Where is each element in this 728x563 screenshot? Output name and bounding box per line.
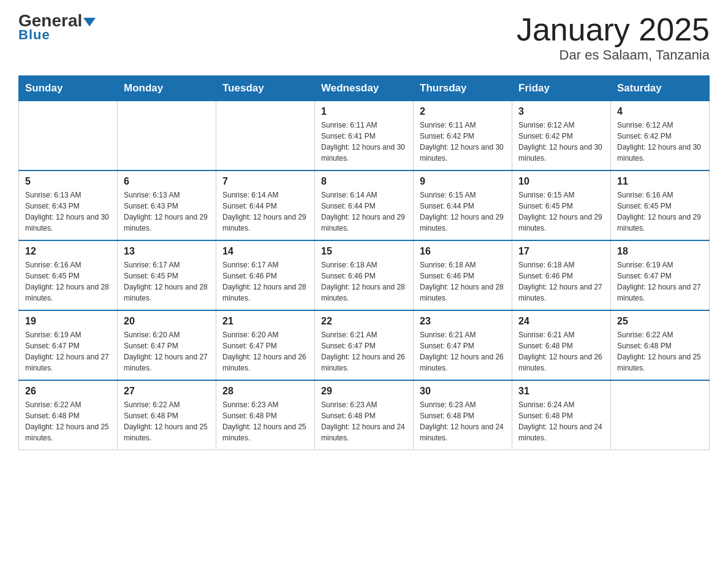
calendar-cell: 7Sunrise: 6:14 AMSunset: 6:44 PMDaylight… — [216, 170, 315, 240]
day-number: 21 — [222, 316, 308, 327]
weekday-header-sunday: Sunday — [19, 76, 118, 101]
day-number: 30 — [420, 386, 506, 397]
day-number: 17 — [518, 246, 604, 257]
calendar-cell: 18Sunrise: 6:19 AMSunset: 6:47 PMDayligh… — [611, 240, 710, 310]
day-number: 3 — [518, 106, 604, 117]
day-info: Sunrise: 6:18 AMSunset: 6:46 PMDaylight:… — [420, 259, 506, 304]
day-number: 5 — [25, 176, 111, 187]
weekday-header-saturday: Saturday — [611, 76, 710, 101]
calendar-cell: 14Sunrise: 6:17 AMSunset: 6:46 PMDayligh… — [216, 240, 315, 310]
calendar-table: SundayMondayTuesdayWednesdayThursdayFrid… — [18, 75, 710, 450]
day-number: 31 — [518, 386, 604, 397]
day-info: Sunrise: 6:24 AMSunset: 6:48 PMDaylight:… — [518, 399, 604, 443]
logo-blue: Blue — [18, 27, 50, 43]
day-number: 2 — [420, 106, 506, 117]
calendar-cell: 9Sunrise: 6:15 AMSunset: 6:44 PMDaylight… — [414, 170, 512, 240]
day-number: 26 — [25, 386, 111, 397]
day-number: 11 — [617, 176, 703, 187]
day-info: Sunrise: 6:19 AMSunset: 6:47 PMDaylight:… — [25, 329, 111, 373]
day-info: Sunrise: 6:16 AMSunset: 6:45 PMDaylight:… — [25, 259, 111, 304]
calendar-cell: 16Sunrise: 6:18 AMSunset: 6:46 PMDayligh… — [414, 240, 512, 310]
calendar-cell: 20Sunrise: 6:20 AMSunset: 6:47 PMDayligh… — [118, 310, 216, 380]
calendar-cell: 27Sunrise: 6:22 AMSunset: 6:48 PMDayligh… — [118, 380, 216, 450]
day-info: Sunrise: 6:18 AMSunset: 6:46 PMDaylight:… — [518, 259, 604, 304]
day-info: Sunrise: 6:20 AMSunset: 6:47 PMDaylight:… — [124, 329, 210, 373]
day-number: 4 — [617, 106, 703, 117]
calendar-cell: 29Sunrise: 6:23 AMSunset: 6:48 PMDayligh… — [315, 380, 414, 450]
day-number: 28 — [222, 386, 308, 397]
calendar-cell: 12Sunrise: 6:16 AMSunset: 6:45 PMDayligh… — [19, 240, 118, 310]
day-info: Sunrise: 6:14 AMSunset: 6:44 PMDaylight:… — [222, 190, 308, 234]
weekday-header-thursday: Thursday — [414, 76, 512, 101]
calendar-cell: 30Sunrise: 6:23 AMSunset: 6:48 PMDayligh… — [414, 380, 512, 450]
weekday-header-friday: Friday — [512, 76, 611, 101]
calendar-week-row: 19Sunrise: 6:19 AMSunset: 6:47 PMDayligh… — [19, 310, 710, 380]
weekday-header-row: SundayMondayTuesdayWednesdayThursdayFrid… — [19, 76, 710, 101]
calendar-cell: 10Sunrise: 6:15 AMSunset: 6:45 PMDayligh… — [512, 170, 611, 240]
day-number: 24 — [518, 316, 604, 327]
title-block: January 2025 Dar es Salaam, Tanzania — [517, 12, 710, 63]
day-info: Sunrise: 6:14 AMSunset: 6:44 PMDaylight:… — [321, 190, 407, 234]
calendar-cell: 23Sunrise: 6:21 AMSunset: 6:47 PMDayligh… — [414, 310, 512, 380]
page-header: General Blue January 2025 Dar es Salaam,… — [18, 12, 710, 63]
calendar-week-row: 12Sunrise: 6:16 AMSunset: 6:45 PMDayligh… — [19, 240, 710, 310]
day-info: Sunrise: 6:21 AMSunset: 6:47 PMDaylight:… — [420, 329, 506, 373]
calendar-cell: 19Sunrise: 6:19 AMSunset: 6:47 PMDayligh… — [19, 310, 118, 380]
day-number: 16 — [420, 246, 506, 257]
calendar-cell: 15Sunrise: 6:18 AMSunset: 6:46 PMDayligh… — [315, 240, 414, 310]
day-number: 20 — [124, 316, 210, 327]
day-info: Sunrise: 6:18 AMSunset: 6:46 PMDaylight:… — [321, 259, 407, 304]
calendar-cell: 5Sunrise: 6:13 AMSunset: 6:43 PMDaylight… — [19, 170, 118, 240]
day-info: Sunrise: 6:15 AMSunset: 6:45 PMDaylight:… — [518, 190, 604, 234]
day-number: 25 — [617, 316, 703, 327]
location-subtitle: Dar es Salaam, Tanzania — [517, 47, 710, 63]
day-info: Sunrise: 6:12 AMSunset: 6:42 PMDaylight:… — [617, 120, 703, 164]
day-number: 1 — [321, 106, 407, 117]
calendar-cell: 11Sunrise: 6:16 AMSunset: 6:45 PMDayligh… — [611, 170, 710, 240]
day-number: 6 — [124, 176, 210, 187]
day-number: 13 — [124, 246, 210, 257]
month-title: January 2025 — [517, 12, 710, 47]
day-number: 18 — [617, 246, 703, 257]
calendar-cell: 13Sunrise: 6:17 AMSunset: 6:45 PMDayligh… — [118, 240, 216, 310]
day-number: 23 — [420, 316, 506, 327]
calendar-cell: 17Sunrise: 6:18 AMSunset: 6:46 PMDayligh… — [512, 240, 611, 310]
day-info: Sunrise: 6:23 AMSunset: 6:48 PMDaylight:… — [222, 399, 308, 443]
day-number: 12 — [25, 246, 111, 257]
calendar-week-row: 1Sunrise: 6:11 AMSunset: 6:41 PMDaylight… — [19, 101, 710, 171]
day-info: Sunrise: 6:16 AMSunset: 6:45 PMDaylight:… — [617, 190, 703, 234]
logo-triangle-icon — [83, 18, 96, 26]
calendar-week-row: 5Sunrise: 6:13 AMSunset: 6:43 PMDaylight… — [19, 170, 710, 240]
logo: General Blue — [18, 12, 96, 43]
day-info: Sunrise: 6:23 AMSunset: 6:48 PMDaylight:… — [420, 399, 506, 443]
calendar-cell: 28Sunrise: 6:23 AMSunset: 6:48 PMDayligh… — [216, 380, 315, 450]
calendar-cell — [118, 101, 216, 171]
day-info: Sunrise: 6:21 AMSunset: 6:47 PMDaylight:… — [321, 329, 407, 373]
day-info: Sunrise: 6:11 AMSunset: 6:42 PMDaylight:… — [420, 120, 506, 164]
day-info: Sunrise: 6:22 AMSunset: 6:48 PMDaylight:… — [124, 399, 210, 443]
calendar-cell: 1Sunrise: 6:11 AMSunset: 6:41 PMDaylight… — [315, 101, 414, 171]
calendar-cell: 31Sunrise: 6:24 AMSunset: 6:48 PMDayligh… — [512, 380, 611, 450]
calendar-cell: 25Sunrise: 6:22 AMSunset: 6:48 PMDayligh… — [611, 310, 710, 380]
day-info: Sunrise: 6:13 AMSunset: 6:43 PMDaylight:… — [124, 190, 210, 234]
day-number: 15 — [321, 246, 407, 257]
day-number: 8 — [321, 176, 407, 187]
day-number: 27 — [124, 386, 210, 397]
calendar-cell: 22Sunrise: 6:21 AMSunset: 6:47 PMDayligh… — [315, 310, 414, 380]
day-number: 14 — [222, 246, 308, 257]
calendar-cell: 2Sunrise: 6:11 AMSunset: 6:42 PMDaylight… — [414, 101, 512, 171]
day-info: Sunrise: 6:22 AMSunset: 6:48 PMDaylight:… — [25, 399, 111, 443]
calendar-cell — [216, 101, 315, 171]
day-info: Sunrise: 6:12 AMSunset: 6:42 PMDaylight:… — [518, 120, 604, 164]
calendar-cell: 24Sunrise: 6:21 AMSunset: 6:48 PMDayligh… — [512, 310, 611, 380]
day-info: Sunrise: 6:19 AMSunset: 6:47 PMDaylight:… — [617, 259, 703, 304]
day-number: 10 — [518, 176, 604, 187]
day-number: 19 — [25, 316, 111, 327]
day-info: Sunrise: 6:11 AMSunset: 6:41 PMDaylight:… — [321, 120, 407, 164]
weekday-header-monday: Monday — [118, 76, 216, 101]
calendar-cell: 21Sunrise: 6:20 AMSunset: 6:47 PMDayligh… — [216, 310, 315, 380]
day-info: Sunrise: 6:21 AMSunset: 6:48 PMDaylight:… — [518, 329, 604, 373]
day-number: 7 — [222, 176, 308, 187]
calendar-week-row: 26Sunrise: 6:22 AMSunset: 6:48 PMDayligh… — [19, 380, 710, 450]
day-info: Sunrise: 6:23 AMSunset: 6:48 PMDaylight:… — [321, 399, 407, 443]
